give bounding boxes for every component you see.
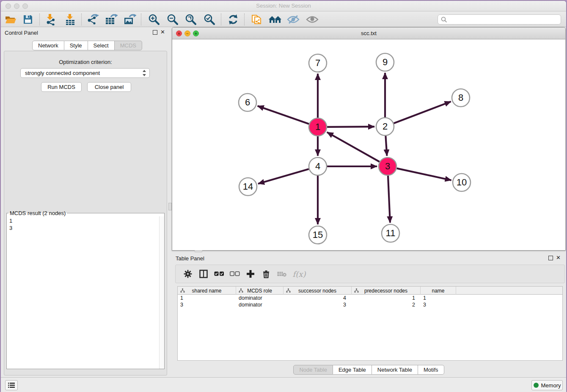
export-table-button[interactable]: [104, 13, 119, 26]
cell-predecessor-nodes[interactable]: 1: [352, 295, 421, 301]
import-network-button[interactable]: [43, 13, 58, 26]
float-table-panel-icon[interactable]: [548, 256, 553, 260]
task-history-button[interactable]: [5, 380, 18, 390]
app-title: Session: New Session: [1, 3, 566, 9]
edge-1-6[interactable]: [258, 106, 309, 124]
float-panel-icon[interactable]: [153, 30, 157, 35]
main-toolbar: [1, 12, 566, 27]
plus-icon: [246, 270, 255, 278]
cell-MCDS-role[interactable]: dominator: [236, 295, 284, 301]
import-table-icon: [65, 14, 76, 25]
graph-node-label-7: 7: [315, 58, 320, 68]
checked-checkboxes-icon: [214, 271, 224, 276]
control-tabs: NetworkStyleSelectMCDS: [32, 41, 142, 50]
delete-table-button[interactable]: [274, 267, 289, 281]
save-session-button[interactable]: [20, 13, 36, 26]
tab-network[interactable]: Network: [32, 41, 64, 50]
edge-3-1[interactable]: [327, 132, 380, 162]
graph-node-label-11: 11: [386, 228, 396, 238]
close-table-panel-icon[interactable]: ✕: [556, 254, 561, 261]
column-header-shared-name[interactable]: shared name: [178, 287, 236, 295]
hide-selected-button[interactable]: [286, 13, 301, 26]
column-header-successor-nodes[interactable]: successor nodes: [284, 287, 352, 295]
tab-mcds[interactable]: MCDS: [115, 41, 142, 50]
zoom-selected-icon: [204, 14, 215, 25]
edge-2-3[interactable]: [385, 136, 387, 156]
column-header-MCDS-role[interactable]: MCDS role: [236, 287, 284, 295]
edge-2-8[interactable]: [394, 102, 451, 123]
close-panel-icon[interactable]: ✕: [160, 29, 165, 35]
edge-3-10[interactable]: [396, 168, 451, 180]
show-columns-button[interactable]: [195, 267, 211, 281]
zoom-out-icon: [167, 14, 179, 25]
open-session-button[interactable]: [3, 13, 18, 26]
memory-status-icon: [534, 383, 539, 388]
zoom-in-button[interactable]: [146, 13, 162, 26]
trash-icon: [262, 270, 270, 278]
edge-4-14[interactable]: [258, 169, 309, 184]
zoom-out-button[interactable]: [165, 13, 180, 26]
open-folder-icon: [5, 14, 17, 25]
unchecked-checkboxes-icon: [230, 271, 240, 276]
refresh-icon: [228, 14, 239, 25]
show-all-button[interactable]: [305, 13, 320, 26]
delete-table-icon: [277, 271, 286, 277]
memory-label: Memory: [541, 382, 561, 389]
import-table-button[interactable]: [63, 13, 78, 26]
delete-column-button[interactable]: [258, 267, 274, 281]
export-network-button[interactable]: [85, 13, 100, 26]
fx-icon: f(x): [293, 270, 306, 279]
first-neighbors-button[interactable]: [267, 13, 283, 26]
cell-shared-name[interactable]: 1: [178, 295, 236, 301]
gear-icon: [184, 270, 192, 278]
close-panel-button[interactable]: Close panel: [87, 82, 131, 92]
zoom-selected-button[interactable]: [202, 13, 217, 26]
column-header-predecessor-nodes[interactable]: predecessor nodes: [352, 287, 421, 295]
run-mcds-button[interactable]: Run MCDS: [41, 82, 82, 92]
cell-MCDS-role[interactable]: dominator: [236, 301, 284, 308]
table-row[interactable]: 1dominator411: [178, 295, 562, 301]
cell-name[interactable]: 3: [421, 301, 456, 308]
export-image-button[interactable]: [122, 13, 138, 26]
cell-successor-nodes[interactable]: 4: [284, 295, 352, 301]
optimization-criterion-select[interactable]: strongly connected component: [20, 68, 150, 78]
tab-network-table[interactable]: Network Table: [372, 365, 418, 375]
list-icon: [8, 382, 15, 388]
refresh-view-button[interactable]: [226, 13, 241, 26]
cell-name[interactable]: 1: [421, 295, 456, 301]
copy-network-button[interactable]: [249, 13, 264, 26]
result-scrollbar[interactable]: [159, 216, 164, 369]
control-panel-title: Control Panel: [5, 30, 38, 36]
graph-node-label-1: 1: [315, 121, 320, 132]
column-header-name[interactable]: name: [421, 287, 456, 295]
zoom-fit-button[interactable]: [183, 13, 198, 26]
save-floppy-icon: [23, 14, 33, 25]
edge-1-2[interactable]: [327, 127, 374, 127]
search-input[interactable]: [438, 14, 561, 25]
cell-predecessor-nodes[interactable]: 2: [352, 301, 421, 308]
tab-edge-table[interactable]: Edge Table: [333, 365, 372, 375]
frame-resize-handle[interactable]: [195, 250, 202, 252]
main-content: Control Panel ✕ NetworkStyleSelectMCDS O…: [1, 27, 566, 377]
mcds-result-text[interactable]: 1 3: [7, 216, 159, 369]
export-network-icon: [86, 14, 99, 25]
function-builder-button[interactable]: f(x): [289, 267, 309, 281]
tab-select[interactable]: Select: [88, 41, 115, 50]
table-settings-button[interactable]: [180, 267, 195, 281]
deselect-all-columns-button[interactable]: [227, 267, 242, 281]
tab-motifs[interactable]: Motifs: [418, 365, 444, 375]
tab-style[interactable]: Style: [64, 41, 88, 50]
network-view-window: ✕ − + scc.txt 7968124314101511: [172, 27, 566, 251]
tab-node-table[interactable]: Node Table: [293, 365, 333, 375]
cell-shared-name[interactable]: 3: [178, 301, 236, 308]
cell-successor-nodes[interactable]: 3: [284, 301, 352, 308]
edge-3-11[interactable]: [388, 176, 390, 223]
create-column-button[interactable]: [242, 267, 258, 281]
app-titlebar: Session: New Session: [1, 1, 566, 11]
network-canvas[interactable]: 7968124314101511: [172, 39, 565, 250]
memory-button[interactable]: Memory: [531, 380, 563, 390]
graph-node-label-3: 3: [385, 161, 390, 171]
panel-divider-handle[interactable]: [168, 203, 172, 210]
select-all-columns-button[interactable]: [211, 267, 227, 281]
table-row[interactable]: 3dominator323: [178, 301, 562, 308]
